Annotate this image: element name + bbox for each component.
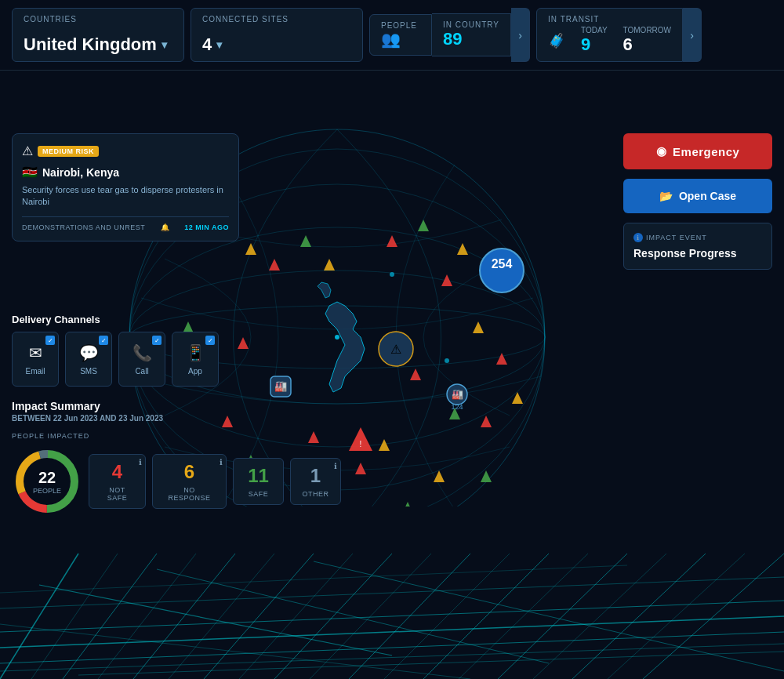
alert-time: 12 MIN AGO — [184, 223, 229, 231]
no-response-label: NO RESPONSE — [162, 486, 216, 502]
email-icon: ✉ — [29, 343, 42, 362]
street-map-svg — [0, 507, 784, 679]
impact-event-badge: ℹ IMPACT EVENT — [633, 233, 762, 242]
svg-marker-14 — [496, 353, 507, 365]
alert-location: 🇰🇪 Nairobi, Kenya — [22, 165, 229, 180]
transit-inner: 🧳 TODAY 9 TOMORROW 6 — [548, 26, 671, 55]
tomorrow-label: TOMORROW — [623, 26, 671, 34]
right-panel: ◉ Emergency 📂 Open Case ℹ IMPACT EVENT R… — [623, 133, 772, 270]
safe-stat: 11 SAFE — [233, 458, 284, 505]
other-value: 1 — [300, 465, 331, 487]
sms-icon: 💬 — [79, 343, 99, 362]
top-bar: COUNTRIES United Kingdom ▾ CONNECTED SIT… — [0, 0, 784, 71]
app-icon: 📱 — [186, 343, 205, 362]
other-label: OTHER — [300, 490, 331, 498]
alert-icon: 🔔 — [161, 223, 170, 231]
svg-marker-11 — [481, 416, 492, 427]
emergency-label: Emergency — [673, 145, 739, 158]
call-check: ✓ — [152, 336, 162, 345]
no-response-value: 6 — [162, 461, 216, 483]
incountry-label: IN COUNTRY — [443, 20, 499, 29]
warning-icon: ⚠ — [22, 143, 33, 158]
people-label: PEOPLE — [381, 21, 420, 30]
alert-footer: DEMONSTRATIONS AND UNREST 🔔 12 MIN AGO — [22, 216, 229, 231]
svg-marker-26 — [300, 235, 311, 247]
intransit-label: IN TRANSIT — [548, 15, 671, 24]
connected-sites-dropdown-icon: ▾ — [216, 38, 222, 51]
impact-title: Impact Summary — [12, 400, 341, 412]
sms-check: ✓ — [99, 336, 108, 345]
response-progress-title: Response Progress — [633, 247, 762, 260]
countries-value: United Kingdom — [24, 34, 157, 55]
countries-dropdown-icon: ▾ — [162, 38, 167, 51]
call-icon: 📞 — [132, 343, 152, 362]
today-sub: TODAY 9 — [581, 26, 608, 55]
safe-label: SAFE — [243, 490, 274, 498]
not-safe-label: NOT SAFE — [99, 486, 136, 502]
people-chevron-button[interactable]: › — [511, 8, 530, 62]
impact-section: Impact Summary BETWEEN 22 Jun 2023 AND 2… — [12, 400, 341, 517]
svg-marker-22 — [512, 392, 523, 404]
svg-marker-19 — [473, 321, 484, 333]
sms-label: SMS — [80, 367, 97, 376]
impact-event-dot: ℹ — [633, 233, 643, 242]
tomorrow-value: 6 — [623, 34, 671, 55]
impact-dates: BETWEEN 22 Jun 2023 AND 23 Jun 2023 — [12, 414, 341, 423]
kenya-flag: 🇰🇪 — [22, 165, 38, 180]
svg-text:🏭: 🏭 — [452, 388, 463, 400]
alert-description: Security forces use tear gas to disperse… — [22, 184, 229, 209]
svg-marker-32 — [481, 470, 492, 482]
svg-text:254: 254 — [492, 257, 513, 271]
other-stat: ℹ 1 OTHER — [290, 458, 341, 505]
svg-rect-87 — [0, 507, 784, 585]
open-case-button[interactable]: 📂 Open Case — [623, 179, 772, 213]
svg-text:!: ! — [360, 440, 362, 448]
svg-marker-7 — [387, 235, 397, 247]
connected-sites-label: CONNECTED SITES — [202, 15, 351, 24]
incountry-value: 89 — [443, 29, 499, 49]
emergency-button[interactable]: ◉ Emergency — [623, 133, 772, 169]
svg-marker-6 — [269, 259, 280, 271]
donut-center: 22 PEOPLE — [33, 469, 61, 495]
impact-stats: 22 PEOPLE ℹ 4 NOT SAFE ℹ 6 NO RESPONSE 1… — [12, 446, 341, 517]
svg-marker-25 — [418, 220, 429, 231]
alert-category: DEMONSTRATIONS AND UNREST — [22, 223, 145, 231]
app-check: ✓ — [205, 336, 215, 345]
app-channel[interactable]: ✓ 📱 App — [172, 332, 219, 387]
alert-risk: ⚠ MEDIUM RISK — [22, 143, 229, 158]
connected-sites-value-container: 4 ▾ — [202, 34, 351, 55]
alert-location-text: Nairobi, Kenya — [42, 166, 119, 179]
no-response-stat: ℹ 6 NO RESPONSE — [152, 454, 227, 509]
no-response-info-icon: ℹ — [220, 458, 223, 467]
not-safe-stat: ℹ 4 NOT SAFE — [89, 454, 146, 509]
svg-marker-9 — [441, 274, 452, 286]
delivery-title: Delivery Channels — [12, 314, 219, 325]
sms-channel[interactable]: ✓ 💬 SMS — [65, 332, 112, 387]
countries-label: COUNTRIES — [24, 15, 172, 24]
svg-marker-10 — [410, 369, 421, 380]
svg-marker-8 — [238, 337, 249, 349]
svg-marker-16 — [245, 243, 256, 255]
open-case-label: Open Case — [679, 190, 736, 202]
call-label: Call — [135, 367, 148, 376]
safe-value: 11 — [243, 465, 274, 487]
transit-chevron-button[interactable]: › — [683, 8, 702, 62]
today-label: TODAY — [581, 26, 608, 34]
email-channel[interactable]: ✓ ✉ Email — [12, 332, 59, 387]
app-label: App — [188, 367, 202, 376]
svg-marker-24 — [324, 259, 335, 271]
people-section: PEOPLE 👥 — [369, 14, 432, 56]
transit-card: IN TRANSIT 🧳 TODAY 9 TOMORROW 6 — [536, 8, 683, 62]
response-card: ℹ IMPACT EVENT Response Progress — [623, 223, 772, 270]
svg-point-35 — [445, 358, 449, 363]
svg-text:124: 124 — [451, 403, 463, 411]
countries-card[interactable]: COUNTRIES United Kingdom ▾ — [12, 8, 184, 62]
transit-wrapper: IN TRANSIT 🧳 TODAY 9 TOMORROW 6 › — [536, 8, 702, 62]
people-icon: 👥 — [381, 30, 420, 49]
svg-marker-20 — [379, 439, 390, 451]
connected-sites-card[interactable]: CONNECTED SITES 4 ▾ — [191, 8, 363, 62]
folder-icon: 📂 — [659, 190, 673, 202]
svg-text:🏭: 🏭 — [274, 379, 288, 393]
call-channel[interactable]: ✓ 📞 Call — [118, 332, 165, 387]
incountry-section: IN COUNTRY 89 — [432, 13, 511, 56]
